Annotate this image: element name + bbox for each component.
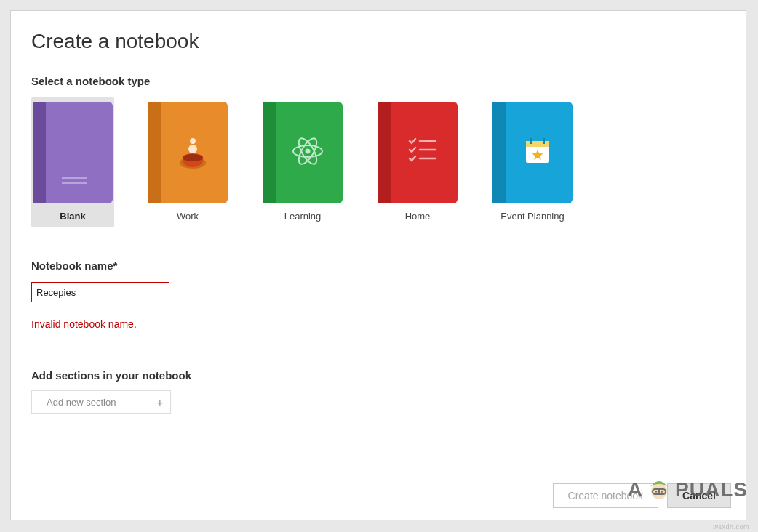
notebook-icon-home (378, 102, 458, 203)
create-notebook-dialog: Create a notebook Select a notebook type… (10, 10, 746, 520)
image-credit: wsxdn.com (713, 523, 749, 531)
notebook-type-home[interactable]: Home (376, 97, 459, 227)
notebook-icon-event (492, 102, 573, 203)
notebook-type-event-planning[interactable]: Event Planning (491, 97, 574, 227)
cancel-button[interactable]: Cancel (667, 483, 731, 508)
notebook-name-group: Notebook name* Invalid notebook name. (31, 259, 725, 330)
notebook-name-label: Notebook name* (31, 259, 725, 272)
notebook-type-label: Home (405, 211, 431, 222)
notebook-type-list: Blank Work (31, 97, 725, 227)
notebook-icon-learning (263, 102, 343, 203)
notebook-name-error: Invalid notebook name. (31, 318, 725, 330)
add-section-button[interactable]: Add new section + (31, 390, 171, 414)
atom-icon (290, 133, 326, 172)
svg-point-2 (190, 138, 196, 144)
notebook-type-label: Select a notebook type (31, 75, 725, 87)
add-section-label: Add new section (39, 397, 150, 408)
notebook-type-label: Learning (284, 211, 322, 222)
notebook-type-label: Blank (60, 211, 85, 222)
svg-point-1 (183, 154, 203, 161)
dialog-footer: Create notebook Cancel (553, 483, 731, 508)
plus-icon: + (150, 396, 170, 408)
notebook-name-input[interactable] (31, 282, 169, 302)
notebook-type-label: Work (177, 211, 199, 222)
notebook-type-work[interactable]: Work (146, 97, 229, 227)
notebook-type-blank[interactable]: Blank (31, 97, 114, 227)
checklist-icon (407, 135, 439, 170)
add-sections-label: Add sections in your notebook (31, 369, 725, 382)
notebook-type-learning[interactable]: Learning (261, 97, 344, 227)
svg-rect-12 (526, 141, 549, 147)
calendar-star-icon (522, 135, 554, 170)
svg-rect-13 (530, 138, 532, 144)
coffee-icon (177, 131, 209, 174)
svg-point-7 (305, 149, 310, 154)
dialog-title: Create a notebook (31, 30, 725, 53)
notebook-icon-work (148, 102, 228, 203)
section-drag-handle (32, 391, 39, 413)
create-notebook-button[interactable]: Create notebook (553, 483, 659, 508)
notebook-icon-blank (33, 102, 113, 203)
notebook-type-label: Event Planning (500, 211, 564, 222)
svg-point-3 (188, 145, 197, 153)
svg-rect-14 (543, 138, 545, 144)
